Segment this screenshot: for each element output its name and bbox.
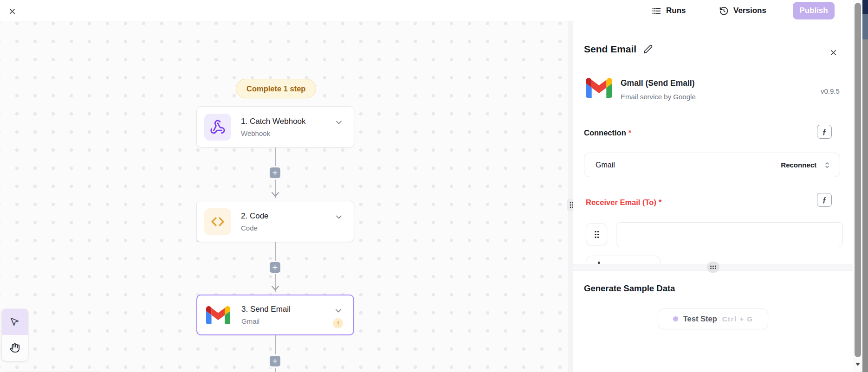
plus-icon xyxy=(272,358,279,365)
plus-icon xyxy=(272,169,279,176)
gmail-icon xyxy=(205,301,232,328)
flow-canvas[interactable]: Complete 1 step 1. Catch Webhook Webhook… xyxy=(0,21,568,372)
step-warning-icon xyxy=(333,318,343,328)
select-chevrons-icon xyxy=(823,161,831,169)
edit-name-icon[interactable] xyxy=(643,45,653,54)
publish-button[interactable]: Publish xyxy=(793,2,835,19)
runs-button[interactable]: Runs xyxy=(652,0,686,21)
top-bar: Runs Versions Publish xyxy=(0,0,853,21)
piece-version: v0.9.5 xyxy=(821,87,840,95)
receiver-drag-handle[interactable] xyxy=(586,223,607,245)
test-step-shortcut: Ctrl + G xyxy=(722,315,753,323)
window-edge-strip xyxy=(862,0,868,14)
versions-button[interactable]: Versions xyxy=(719,0,766,21)
grip-dots-icon xyxy=(594,230,600,239)
receiver-dynamic-value-toggle[interactable]: ƒ xyxy=(817,193,832,207)
step-menu-chevron-icon[interactable] xyxy=(334,118,343,129)
step-subtitle: Code xyxy=(241,224,269,232)
panel-resize-bar[interactable] xyxy=(568,21,573,372)
close-icon xyxy=(829,48,838,57)
step-title: 3. Send Email xyxy=(241,305,291,314)
runs-label: Runs xyxy=(666,6,686,15)
close-builder-button[interactable] xyxy=(6,6,18,17)
receiver-email-input[interactable] xyxy=(616,222,843,247)
connection-value: Gmail xyxy=(596,161,781,169)
test-step-button[interactable]: Test Step Ctrl + G xyxy=(658,308,768,329)
connection-select[interactable]: Gmail Reconnect xyxy=(584,153,840,177)
panel-close-button[interactable] xyxy=(827,46,839,58)
fx-icon: ƒ xyxy=(823,128,826,136)
cursor-icon xyxy=(10,317,20,327)
section-resize-grip[interactable] xyxy=(707,262,719,273)
scrollbar-down-arrow-icon[interactable] xyxy=(855,363,860,366)
generate-sample-data-heading: Generate Sample Data xyxy=(584,283,675,294)
hand-icon xyxy=(10,343,20,353)
webhook-icon xyxy=(204,114,231,141)
status-dot-icon xyxy=(673,316,678,321)
reconnect-button[interactable]: Reconnect xyxy=(781,161,816,169)
add-step-button[interactable] xyxy=(270,356,280,366)
step-title: 2. Code xyxy=(241,212,269,221)
canvas-tools xyxy=(2,309,28,361)
connector-arrow-icon xyxy=(271,191,280,198)
code-icon xyxy=(204,208,231,235)
add-step-button[interactable] xyxy=(270,262,280,273)
receiver-email-label: Receiver Email (To)* xyxy=(586,198,661,207)
select-tool-button[interactable] xyxy=(2,309,28,335)
connection-label: Connection* xyxy=(584,128,631,137)
step-subtitle: Webhook xyxy=(241,129,306,137)
piece-description: Email service by Google xyxy=(621,93,696,101)
runs-list-icon xyxy=(652,6,661,16)
fx-icon: ƒ xyxy=(823,196,826,204)
test-step-label: Test Step xyxy=(683,314,717,323)
step-title: 1. Catch Webhook xyxy=(241,117,306,126)
grip-dots-icon xyxy=(710,265,717,269)
scrollbar-thumb[interactable] xyxy=(855,3,861,357)
incomplete-steps-badge[interactable]: Complete 1 step xyxy=(236,79,316,98)
step-subtitle: Gmail xyxy=(241,317,291,325)
panel-title-row: Send Email xyxy=(584,44,653,55)
step-menu-chevron-icon[interactable] xyxy=(334,212,343,224)
next-field-partial[interactable] xyxy=(586,256,661,264)
close-icon xyxy=(8,7,17,16)
step-card-send-email[interactable]: 3. Send Email Gmail xyxy=(196,295,354,335)
piece-name: Gmail (Send Email) xyxy=(621,78,694,88)
history-icon xyxy=(719,6,729,16)
pan-tool-button[interactable] xyxy=(2,335,28,361)
connector-line xyxy=(275,335,276,372)
versions-label: Versions xyxy=(733,6,766,15)
step-card-catch-webhook[interactable]: 1. Catch Webhook Webhook xyxy=(196,106,354,148)
required-asterisk: * xyxy=(659,198,661,206)
required-asterisk: * xyxy=(628,128,631,137)
window-edge-strip xyxy=(862,14,868,39)
panel-title: Send Email xyxy=(584,44,636,55)
gmail-logo xyxy=(586,78,612,100)
step-menu-chevron-icon[interactable] xyxy=(334,306,343,317)
connector-arrow-icon xyxy=(271,285,280,291)
step-card-code[interactable]: 2. Code Code xyxy=(196,201,354,242)
connection-dynamic-value-toggle[interactable]: ƒ xyxy=(817,125,832,139)
plus-icon xyxy=(272,264,279,271)
add-step-button[interactable] xyxy=(270,167,280,178)
window-edge-strip xyxy=(862,39,868,372)
